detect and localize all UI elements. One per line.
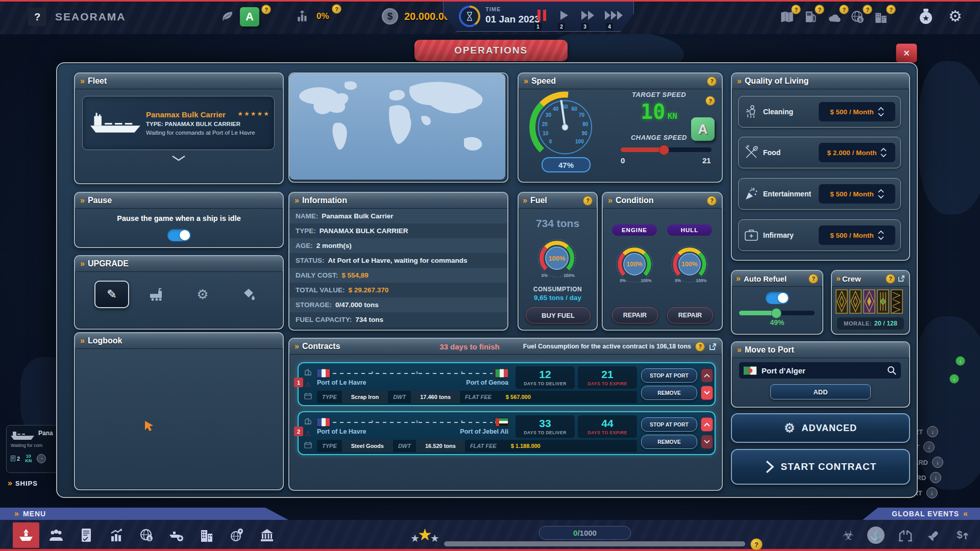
auto-refuel-toggle[interactable] (766, 292, 789, 304)
fleet-ship-card[interactable]: Panamax Bulk Carrier ★★★★★ TYPE: PANAMAX… (82, 96, 275, 150)
port-download-icon[interactable]: ↓ (926, 487, 938, 498)
toolbar-company-button[interactable] (193, 522, 220, 548)
close-button[interactable]: × (896, 43, 917, 63)
help-bubble-icon[interactable]: ? (886, 274, 895, 284)
help-bubble-icon[interactable]: ? (583, 196, 593, 206)
entertainment-cost-stepper[interactable]: $ 500 / Month (819, 184, 895, 204)
help-bubble-icon[interactable]: ? (863, 5, 872, 14)
stepper-arrows-icon[interactable] (880, 147, 887, 158)
repair-engine-button[interactable]: REPAIR (612, 307, 658, 323)
world-map-panel[interactable] (288, 72, 508, 183)
help-bubble-icon[interactable]: ? (839, 5, 849, 14)
port-upgrade-badge[interactable]: ↓ (949, 374, 959, 384)
port-search-input[interactable]: Port d’Alger (739, 362, 901, 379)
toolbar-market-button[interactable]: $ (133, 522, 160, 548)
port-download-icon[interactable]: ↓ (932, 457, 943, 468)
pause-panel: »Pause Pause the game when a ship is idl… (74, 192, 284, 248)
search-icon[interactable] (887, 366, 896, 375)
event-missile-icon[interactable] (923, 522, 945, 548)
ships-drawer-toggle[interactable]: » SHIPS (8, 479, 38, 488)
achievements-medal-icon[interactable]: ★ (918, 8, 934, 26)
event-economy-up-icon[interactable]: $ (950, 522, 973, 548)
advanced-button[interactable]: ⚙ ADVANCED (731, 413, 910, 443)
global-events-ribbon[interactable]: GLOBAL EVENTS « (863, 508, 980, 520)
speed-slider-knob[interactable] (659, 145, 669, 155)
port-upgrade-badge[interactable]: ↓ (955, 356, 965, 366)
pause-panel-header: »Pause (75, 193, 283, 209)
buy-fuel-button[interactable]: BUY FUEL (526, 307, 591, 323)
world-economy-icon[interactable]: $ (850, 10, 865, 24)
auto-refuel-slider[interactable] (739, 311, 815, 315)
operations-tab[interactable]: OPERATIONS (414, 40, 568, 61)
contract-row[interactable]: 2 ⚠ ››› Port of Le Havre (298, 411, 716, 455)
move-contract-down-button[interactable] (701, 386, 713, 400)
speed-slider[interactable] (621, 147, 712, 152)
toolbar-buy-ship-button[interactable] (163, 522, 190, 548)
remove-contract-button[interactable]: REMOVE (641, 386, 697, 400)
event-biohazard-icon[interactable]: ☣ (837, 522, 860, 548)
port-download-icon[interactable]: ↓ (927, 426, 938, 437)
help-bubble-icon[interactable]: ? (707, 77, 717, 86)
repair-hull-button[interactable]: REPAIR (667, 307, 713, 323)
food-cost-stepper[interactable]: $ 2.000 / Month (819, 143, 895, 162)
help-bubble-icon[interactable]: ? (808, 274, 818, 284)
infirmary-cost-stepper[interactable]: $ 500 / Month (819, 226, 895, 245)
fleet-panel: »Fleet Panamax Bulk Carrier ★★★★★ TYPE: … (74, 72, 284, 184)
speed-fast-button[interactable] (580, 9, 597, 21)
external-link-icon[interactable] (709, 343, 717, 350)
help-bubble-icon[interactable]: ? (261, 5, 271, 14)
crew-pattern[interactable] (836, 289, 905, 314)
toolbar-crew-button[interactable] (43, 522, 69, 548)
help-bubble-icon[interactable]: ? (695, 342, 705, 352)
stop-at-port-button[interactable]: STOP AT PORT (641, 368, 697, 383)
cleaning-cost-stepper[interactable]: $ 500 / Month (819, 102, 895, 121)
speed-fastest-button[interactable] (604, 9, 625, 21)
eco-leaf-icon[interactable] (219, 9, 235, 24)
port-download-icon[interactable]: ↓ (923, 441, 935, 453)
company-buildings-icon[interactable] (874, 10, 888, 24)
help-bubble-icon[interactable]: ? (815, 5, 824, 14)
toolbar-stats-button[interactable] (103, 522, 130, 548)
upgrade-paint-button[interactable] (232, 282, 265, 307)
market-chart-icon[interactable] (295, 9, 310, 24)
svg-text:10: 10 (543, 131, 549, 136)
toolbar-map-ports-button[interactable] (224, 522, 250, 548)
toolbar-contracts-button[interactable] (73, 522, 100, 548)
auto-refuel-knob[interactable] (771, 308, 781, 318)
upgrade-rename-button[interactable]: ✎ (94, 281, 129, 308)
help-bubble-icon[interactable]: ? (886, 5, 896, 14)
help-bubble-icon[interactable]: ? (791, 5, 801, 14)
help-button[interactable]: ? (28, 8, 46, 26)
eco-grade-badge[interactable]: A (240, 7, 259, 27)
move-contract-down-button[interactable] (701, 435, 713, 449)
speed-play-button[interactable] (558, 9, 570, 21)
port-download-icon[interactable]: ↓ (930, 472, 941, 483)
help-bubble-icon[interactable]: ? (332, 4, 341, 14)
information-rows: NAME:Panamax Bulk Carrier TYPE:PANAMAX B… (289, 209, 507, 327)
days-to-deliver-box: 33 DAYS TO DELIVER (516, 415, 575, 438)
event-cranes-icon[interactable] (894, 522, 917, 548)
speed-pause-button[interactable] (537, 10, 546, 21)
stepper-arrows-icon[interactable] (878, 230, 884, 240)
remove-contract-button[interactable]: REMOVE (641, 435, 697, 449)
upgrade-machinery-button[interactable] (140, 282, 173, 307)
stepper-arrows-icon[interactable] (878, 189, 884, 199)
expand-chevron-down-icon[interactable] (171, 155, 186, 161)
external-link-icon[interactable] (898, 275, 905, 282)
settings-gear-icon[interactable]: ⚙ (948, 9, 962, 24)
toolbar-ships-button[interactable] (13, 522, 39, 548)
add-port-button[interactable]: ADD (770, 384, 871, 399)
help-bubble-icon[interactable]: ? (707, 196, 717, 206)
stepper-arrows-icon[interactable] (878, 107, 884, 117)
move-contract-up-button[interactable] (701, 417, 713, 432)
contract-row[interactable]: 1 ⚠ ››› Port of Le Havre (298, 362, 716, 406)
event-anchor-icon[interactable]: ⚓ (865, 522, 887, 548)
help-bubble-icon[interactable]: ? (705, 96, 715, 106)
start-contract-button[interactable]: START CONTRACT (731, 449, 910, 485)
help-bubble-icon[interactable]: ? (750, 538, 763, 550)
toolbar-bank-button[interactable] (254, 522, 280, 548)
pause-when-idle-toggle[interactable] (167, 229, 191, 241)
move-contract-up-button[interactable] (701, 368, 713, 383)
upgrade-engine-button[interactable]: ⚙ (186, 282, 219, 307)
stop-at-port-button[interactable]: STOP AT PORT (641, 417, 697, 432)
